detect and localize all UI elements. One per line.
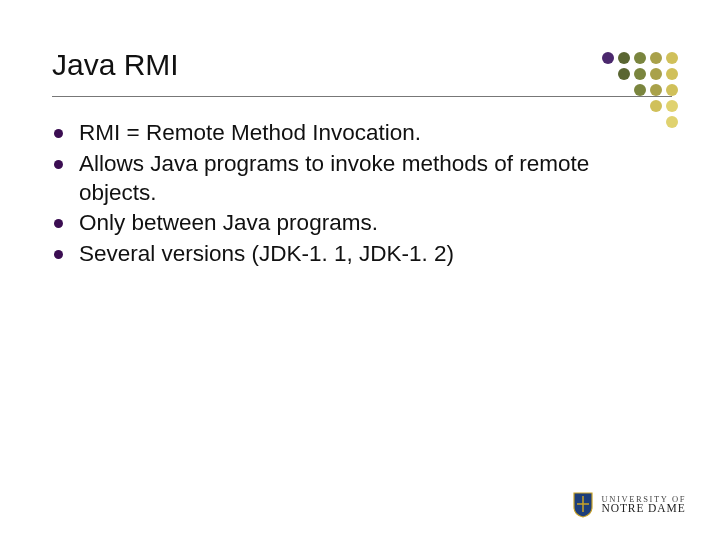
bullet-list: RMI = Remote Method Invocation. Allows J… (52, 119, 672, 269)
logo-text: UNIVERSITY OF NOTRE DAME (602, 495, 686, 515)
slide: Java RMI RMI = Remote Method Invocation.… (0, 0, 720, 540)
logo-line2: NOTRE DAME (602, 503, 686, 515)
shield-icon (572, 492, 594, 518)
list-item: RMI = Remote Method Invocation. (52, 119, 672, 148)
university-logo: UNIVERSITY OF NOTRE DAME (572, 492, 686, 518)
bullet-text: RMI = Remote Method Invocation. (79, 119, 421, 148)
list-item: Only between Java programs. (52, 209, 672, 238)
list-item: Several versions (JDK-1. 1, JDK-1. 2) (52, 240, 672, 269)
bullet-text: Allows Java programs to invoke methods o… (79, 150, 672, 208)
bullet-text: Only between Java programs. (79, 209, 378, 238)
list-item: Allows Java programs to invoke methods o… (52, 150, 672, 208)
title-row: Java RMI (52, 48, 672, 97)
bullet-icon (54, 160, 63, 169)
bullet-text: Several versions (JDK-1. 1, JDK-1. 2) (79, 240, 454, 269)
decorative-dot-grid (602, 36, 678, 128)
slide-title: Java RMI (52, 48, 179, 82)
bullet-icon (54, 129, 63, 138)
bullet-icon (54, 219, 63, 228)
bullet-icon (54, 250, 63, 259)
